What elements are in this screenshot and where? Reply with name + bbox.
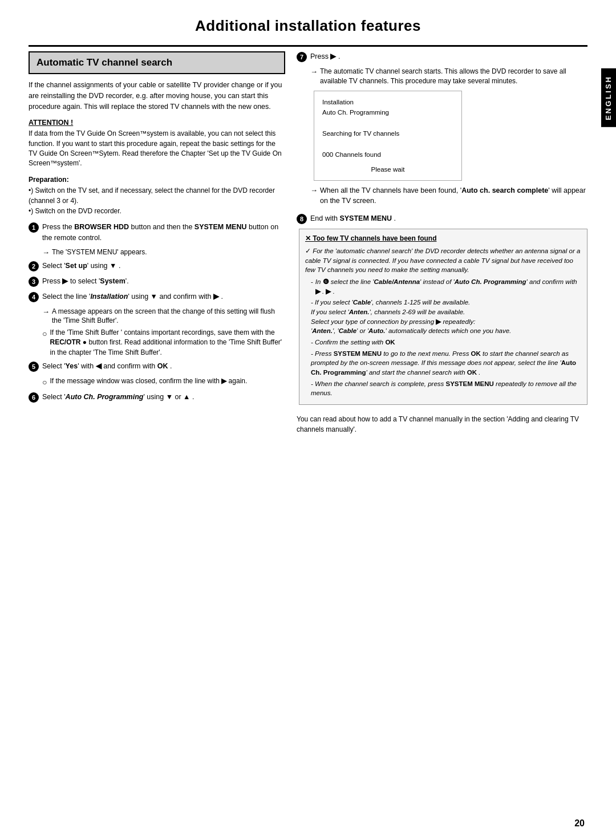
step-4-arrow-text: A message appears on the screen that the… xyxy=(52,307,285,326)
step-7-arrow: → The automatic TV channel search starts… xyxy=(310,67,587,86)
step-6-content: Select 'Auto Ch. Programming' using ▼ or… xyxy=(42,392,285,403)
screen-line-5: Please wait xyxy=(322,164,453,175)
when-found-content: When all the TV channels have been found… xyxy=(320,185,587,206)
preparation-text: •) Switch on the TV set, and if necessar… xyxy=(29,185,285,216)
step-1: 1 Press the BROWSER HDD button and then … xyxy=(29,222,285,244)
step-7: 7 Press ▶ . xyxy=(297,51,587,62)
few-channels-check: ✓ For the 'automatic channel search' the… xyxy=(305,246,581,275)
step-1-content: Press the BROWSER HDD button and then th… xyxy=(42,222,285,244)
english-tab: ENGLISH xyxy=(601,68,616,127)
step-6: 6 Select 'Auto Ch. Programming' using ▼ … xyxy=(29,392,285,403)
few-dash-4: - Press SYSTEM MENU to go to the next me… xyxy=(311,349,581,378)
intro-text: If the channel assignments of your cable… xyxy=(29,80,285,112)
step-6-number: 6 xyxy=(29,392,39,403)
step-4-circle: ○ If the 'Time Shift Buffer ' contains i… xyxy=(42,328,285,358)
bottom-note-text: You can read about how to add a TV chann… xyxy=(297,415,579,433)
section-header: Automatic TV channel search xyxy=(29,51,285,74)
few-dash-1: - In ❻ select the line 'Cable/Antenna' i… xyxy=(311,277,581,296)
step-8: 8 End with SYSTEM MENU . xyxy=(297,213,587,224)
step-5: 5 Select 'Yes' with ◀ and confirm with O… xyxy=(29,361,285,372)
few-dash-2: - If you select 'Cable', channels 1-125 … xyxy=(311,298,581,336)
step-3-content: Press ▶ to select 'System'. xyxy=(42,276,285,287)
step-5-circle-text: If the message window was closed, confir… xyxy=(50,376,247,386)
step-8-number: 8 xyxy=(297,214,307,224)
prep-line-2: •) Switch on the DVD recorder. xyxy=(29,206,285,216)
attention-text: If data from the TV Guide On Screen™syst… xyxy=(29,129,285,169)
arrow-sym-4: → xyxy=(42,307,50,317)
attention-label: ATTENTION ! xyxy=(29,119,285,127)
screen-line-3: Searching for TV channels xyxy=(322,128,453,139)
main-layout: Automatic TV channel search If the chann… xyxy=(29,47,587,435)
page-number: 20 xyxy=(574,818,585,829)
screen-line-4: 000 Channels found xyxy=(322,149,453,160)
preparation-section: Preparation: •) Switch on the TV set, an… xyxy=(29,176,285,216)
step-3: 3 Press ▶ to select 'System'. xyxy=(29,276,285,287)
preparation-label: Preparation: xyxy=(29,176,285,184)
attention-box: ATTENTION ! If data from the TV Guide On… xyxy=(29,119,285,169)
step-1-arrow-text: The 'SYSTEM MENU' appears. xyxy=(52,247,147,257)
step-5-number: 5 xyxy=(29,362,39,372)
step-4-circle-text: If the 'Time Shift Buffer ' contains imp… xyxy=(50,328,285,358)
circle-sym-4: ○ xyxy=(42,328,47,339)
few-channels-title: ✕ Too few TV channels have been found xyxy=(305,234,581,244)
check-sym: ✓ xyxy=(305,247,311,254)
step-5-content: Select 'Yes' with ◀ and confirm with OK … xyxy=(42,361,285,372)
prep-line-1: •) Switch on the TV set, and if necessar… xyxy=(29,185,285,206)
step-1-arrow: → The 'SYSTEM MENU' appears. xyxy=(42,247,285,258)
step-4-content: Select the line 'Installation' using ▼ a… xyxy=(42,291,285,302)
step-5-circle: ○ If the message window was closed, conf… xyxy=(42,376,285,388)
step-7-content: Press ▶ . xyxy=(310,51,587,62)
step-3-number: 3 xyxy=(29,277,39,287)
right-column: 7 Press ▶ . → The automatic TV channel s… xyxy=(297,47,587,435)
screen-line-2: Auto Ch. Programming xyxy=(322,107,453,117)
step-7-arrow-text: The automatic TV channel search starts. … xyxy=(320,67,587,86)
few-dash-5: - When the channel search is complete, p… xyxy=(311,379,581,398)
step-2-number: 2 xyxy=(29,261,39,271)
arrow-sym-1: → xyxy=(42,247,50,258)
step-2: 2 Select 'Set up' using ▼ . xyxy=(29,261,285,271)
step-1-number: 1 xyxy=(29,222,39,233)
screen-line-1: Installation xyxy=(322,97,453,107)
screen-mockup: Installation Auto Ch. Programming Search… xyxy=(314,91,462,181)
few-dash-3: - Confirm the setting with OK xyxy=(311,338,581,347)
step-4-arrow: → A message appears on the screen that t… xyxy=(42,307,285,326)
arrow-sym-when: → xyxy=(310,185,318,196)
step-7-number: 7 xyxy=(297,52,307,62)
left-column: Automatic TV channel search If the chann… xyxy=(29,47,297,435)
arrow-sym-7: → xyxy=(310,67,318,77)
when-found-text: → When all the TV channels have been fou… xyxy=(310,185,587,206)
page-title: Additional installation features xyxy=(29,17,587,35)
few-channels-box: ✕ Too few TV channels have been found ✓ … xyxy=(299,229,587,405)
circle-sym-5: ○ xyxy=(42,376,47,388)
page-container: Additional installation features Automat… xyxy=(0,0,616,840)
step-4-number: 4 xyxy=(29,292,39,302)
step-8-content: End with SYSTEM MENU . xyxy=(310,213,587,224)
step-4: 4 Select the line 'Installation' using ▼… xyxy=(29,291,285,302)
step-2-content: Select 'Set up' using ▼ . xyxy=(42,261,285,271)
bottom-note: You can read about how to add a TV chann… xyxy=(297,414,587,435)
